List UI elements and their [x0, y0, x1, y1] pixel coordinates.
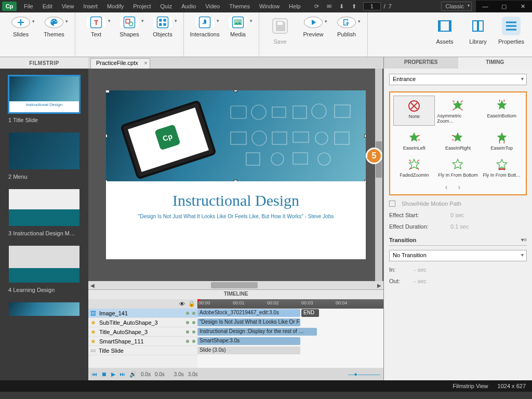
document-tabbar: PracticeFile.cptx × [88, 57, 383, 69]
menu-themes[interactable]: Themes [225, 3, 254, 9]
effect-none[interactable]: None [393, 96, 435, 126]
upload-icon[interactable]: ⬆ [351, 3, 358, 10]
menu-file[interactable]: File [20, 3, 37, 9]
effect-fadedzoomin[interactable]: FadedZoomIn [393, 155, 435, 180]
timeline-bar-4[interactable]: SmartShape:3.0s [197, 337, 300, 345]
timeline-bar-3[interactable]: Instructional Design :Display for the re… [197, 328, 317, 336]
svg-point-16 [236, 20, 237, 22]
selected-image[interactable]: ⟲ Cp [106, 90, 366, 181]
timing-tab[interactable]: TIMING [458, 57, 533, 69]
text-button[interactable]: T Text [79, 15, 113, 56]
svg-rect-22 [231, 106, 246, 118]
timeline-row-1[interactable]: 🖼Image_141 [88, 309, 197, 318]
effect-flyinbottom[interactable]: Fly In From Bottom [437, 155, 478, 180]
timeline-row-5[interactable]: ▭Title Slide [88, 346, 197, 355]
close-button[interactable]: ✕ [513, 1, 532, 12]
eye-icon[interactable]: 👁 [179, 301, 185, 307]
effect-flyinbott2[interactable]: Fly In From Bott… [481, 155, 523, 180]
rewind-icon[interactable]: ⏮ [91, 371, 97, 377]
transition-out-value: - sec [414, 278, 427, 284]
lock-icon[interactable]: 🔒 [188, 300, 195, 307]
svg-rect-10 [164, 19, 166, 21]
horizontal-scrollbar[interactable]: ◀▶ [88, 281, 383, 289]
filmstrip-thumb-2[interactable] [8, 131, 81, 170]
svg-point-32 [315, 132, 328, 144]
timeline-row-4[interactable]: ★SmartShape_111 [88, 337, 197, 346]
filmstrip-thumb-5[interactable] [8, 301, 81, 317]
motion-path-checkbox[interactable] [389, 201, 395, 207]
minimize-button[interactable]: — [476, 1, 495, 12]
timeline-bar-5[interactable]: Slide (3.0s) [197, 347, 300, 354]
effects-prev-icon[interactable]: ‹ [445, 183, 458, 191]
play-icon[interactable]: ▶ [111, 371, 115, 378]
filmstrip-thumb-1[interactable]: Instructional Design [8, 75, 81, 114]
preview-button[interactable]: Preview [297, 15, 330, 56]
slides-button[interactable]: Slides [4, 15, 37, 56]
filmstrip-label-4: 4 Learning Design [3, 285, 85, 298]
forward-icon[interactable]: ⏭ [119, 371, 125, 377]
menu-edit[interactable]: Edit [38, 3, 57, 9]
page-current-input[interactable] [363, 2, 381, 10]
effect-easeinright[interactable]: EaseInRight [437, 128, 478, 153]
library-button[interactable]: Library [461, 15, 495, 56]
assets-button[interactable]: Assets [428, 15, 461, 56]
timeline-bar-2[interactable]: "Design Is Not Just What It Looks Like O… [197, 318, 300, 326]
ribbon: Slides Themes T Text Shapes Objects Inte… [0, 12, 532, 57]
menu-video[interactable]: Video [201, 3, 224, 9]
shapes-button[interactable]: Shapes [113, 15, 146, 56]
properties-tab[interactable]: PROPERTIES [384, 57, 458, 69]
menu-modify[interactable]: Modify [103, 3, 128, 9]
timeline-row-2[interactable]: ★SubTitle_AutoShape_3 [88, 318, 197, 327]
themes-button[interactable]: Themes [37, 15, 71, 56]
mail-icon[interactable]: ✉ [326, 3, 333, 10]
timeline-panel: TIMELINE 👁 🔒 🖼Image_141 ★SubTitle_AutoSh… [88, 289, 383, 380]
timeline-bar-1[interactable]: AdobeStock_370219467_edit:3.0s [197, 309, 300, 317]
menu-project[interactable]: Project [129, 3, 155, 9]
effect-easeinbottom[interactable]: EaseInBottom [481, 96, 523, 126]
menu-quiz[interactable]: Quiz [156, 3, 177, 9]
filmstrip-thumb-3[interactable] [8, 188, 81, 227]
effect-easeinleft[interactable]: EaseInLeft [393, 128, 435, 153]
maximize-button[interactable]: ▢ [495, 1, 513, 12]
tab-close-icon[interactable]: × [144, 60, 147, 66]
effect-asymzoom[interactable]: Asymmetric Zoom… [437, 96, 478, 126]
effect-start-label: Effect Start: [389, 212, 446, 218]
effects-next-icon[interactable]: › [458, 183, 471, 191]
entrance-dropdown[interactable]: Entrance [389, 74, 527, 85]
effect-easeintop[interactable]: EaseInTop [481, 128, 523, 153]
stop-icon[interactable]: ⏹ [101, 371, 107, 377]
slide-icon: ▭ [90, 347, 96, 354]
menu-audio[interactable]: Audio [177, 3, 200, 9]
effect-duration-value[interactable]: 0.1 sec [450, 223, 469, 230]
media-button[interactable]: Media [221, 15, 255, 56]
canvas[interactable]: ⟲ Cp [88, 69, 383, 281]
interactions-button[interactable]: Interactions [188, 15, 221, 56]
menu-help[interactable]: Help [285, 3, 305, 9]
audio-icon[interactable]: 🔊 [129, 371, 137, 378]
menu-insert[interactable]: Insert [79, 3, 102, 9]
playhead[interactable] [197, 299, 198, 309]
publish-button[interactable]: Publish [330, 15, 363, 56]
section-menu-icon[interactable]: ▾≡ [521, 237, 527, 243]
library-label: Library [469, 38, 487, 45]
interactions-label: Interactions [190, 31, 220, 37]
transition-in-value: - sec [414, 267, 427, 273]
objects-button[interactable]: Objects [146, 15, 179, 56]
sync-icon[interactable]: ⟳ [313, 3, 321, 10]
timeline-ruler[interactable]: 00:00 00:01 00:02 00:03 00:04 [197, 299, 383, 309]
effect-start-value[interactable]: 0 sec [450, 212, 464, 218]
svg-rect-24 [272, 107, 286, 117]
filmstrip-thumb-4[interactable] [8, 245, 81, 284]
zoom-slider[interactable]: —●———— [348, 371, 380, 377]
timeline-row-3[interactable]: ★Title_AutoShape_3 [88, 327, 197, 337]
workspace-dropdown[interactable]: Classic [441, 2, 472, 11]
transition-dropdown[interactable]: No Transition [389, 250, 527, 261]
properties-button[interactable]: Properties [495, 15, 528, 56]
document-tab[interactable]: PracticeFile.cptx × [90, 58, 150, 69]
app-logo: Cp [2, 2, 17, 11]
menu-view[interactable]: View [58, 3, 78, 9]
vertical-scrollbar[interactable] [375, 69, 382, 281]
download-icon[interactable]: ⬇ [338, 3, 345, 10]
menu-window[interactable]: Window [255, 3, 284, 9]
svg-rect-20 [438, 21, 441, 31]
